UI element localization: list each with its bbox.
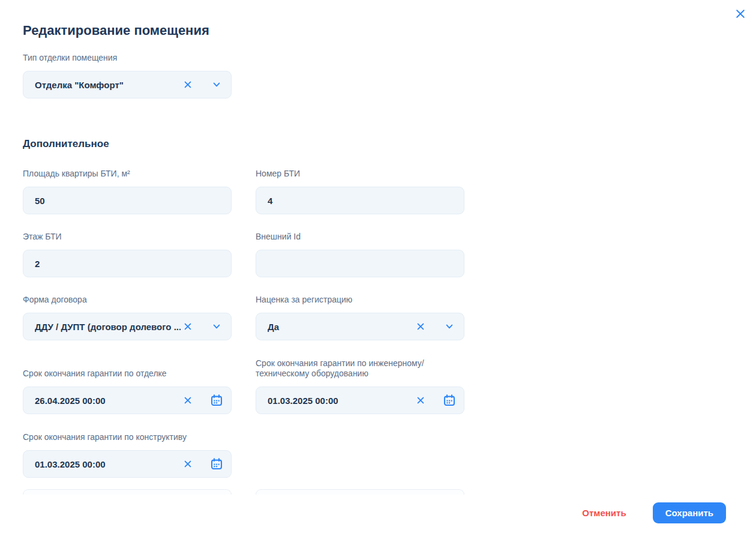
registration-markup-select[interactable]: Да: [256, 313, 464, 340]
finish-warranty-value: 26.04.2025 00:00: [35, 396, 181, 406]
registration-markup-label: Наценка за регистрацию: [256, 295, 464, 305]
bti-area-field: [23, 187, 232, 214]
field-engineering-warranty-end: Срок окончания гарантии по инженерному/ …: [256, 358, 464, 414]
engineering-warranty-label: Срок окончания гарантии по инженерному/ …: [256, 358, 464, 379]
bti-floor-field: [23, 250, 232, 277]
field-bti-floor: Этаж БТИ: [23, 232, 232, 277]
calendar-icon[interactable]: [209, 457, 224, 471]
bti-number-input[interactable]: [268, 196, 457, 206]
bti-area-label: Площадь квартиры БТИ, м²: [23, 169, 232, 179]
clear-x-icon[interactable]: [413, 319, 428, 334]
field-registration-markup: Наценка за регистрацию Да: [256, 295, 464, 340]
chevron-down-icon[interactable]: [209, 77, 224, 92]
field-structural-warranty-end: Срок окончания гарантии по конструктиву …: [23, 432, 232, 478]
clear-x-icon[interactable]: [181, 319, 195, 334]
close-icon[interactable]: [733, 7, 748, 21]
bti-number-label: Номер БТИ: [256, 169, 464, 179]
registration-markup-value: Да: [268, 322, 413, 332]
field-bti-area: Площадь квартиры БТИ, м²: [23, 169, 232, 214]
form-row-cutoff: [23, 489, 486, 495]
finish-type-select[interactable]: Отделка "Комфорт": [23, 71, 232, 98]
bti-floor-label: Этаж БТИ: [23, 232, 232, 242]
field-bti-number: Номер БТИ: [256, 169, 464, 214]
bti-number-field: [256, 187, 464, 214]
chevron-down-icon[interactable]: [442, 319, 457, 334]
contract-form-select[interactable]: ДДУ / ДУПТ (договор долевого ...: [23, 313, 232, 340]
bti-area-input[interactable]: [35, 196, 224, 206]
form-row: Срок окончания гарантии по отделке 26.04…: [23, 358, 486, 414]
contract-form-label: Форма договора: [23, 295, 232, 305]
engineering-warranty-datepicker[interactable]: 01.03.2025 00:00: [256, 387, 464, 414]
cancel-button[interactable]: Отменить: [582, 508, 626, 518]
engineering-warranty-value: 01.03.2025 00:00: [268, 396, 413, 406]
structural-warranty-datepicker[interactable]: 01.03.2025 00:00: [23, 450, 232, 478]
contract-form-value: ДДУ / ДУПТ (договор долевого ...: [35, 322, 181, 332]
section-title: Дополнительное: [23, 137, 486, 150]
finish-warranty-datepicker[interactable]: 26.04.2025 00:00: [23, 387, 232, 414]
clear-x-icon[interactable]: [413, 393, 428, 408]
calendar-icon[interactable]: [442, 393, 457, 408]
field-contract-form: Форма договора ДДУ / ДУПТ (договор долев…: [23, 295, 232, 340]
finish-type-value: Отделка "Комфорт": [35, 80, 181, 90]
form-row: Площадь квартиры БТИ, м² Номер БТИ: [23, 169, 486, 214]
cutoff-field: [256, 489, 464, 495]
structural-warranty-value: 01.03.2025 00:00: [35, 459, 181, 469]
external-id-input[interactable]: [268, 259, 457, 269]
form-row: Форма договора ДДУ / ДУПТ (договор долев…: [23, 295, 486, 340]
chevron-down-icon[interactable]: [209, 319, 224, 334]
dialog-footer: Отменить Сохранить: [582, 502, 726, 523]
field-finish-type: Тип отделки помещения Отделка "Комфорт": [23, 53, 232, 98]
save-button[interactable]: Сохранить: [653, 502, 726, 523]
external-id-label: Внешний Id: [256, 232, 464, 242]
calendar-icon[interactable]: [209, 393, 224, 408]
form-row: Этаж БТИ Внешний Id: [23, 232, 486, 277]
structural-warranty-label: Срок окончания гарантии по конструктиву: [23, 432, 232, 442]
field-finish-warranty-end: Срок окончания гарантии по отделке 26.04…: [23, 358, 232, 414]
form-row: Срок окончания гарантии по конструктиву …: [23, 432, 486, 478]
bti-floor-input[interactable]: [35, 259, 224, 269]
edit-room-dialog: Редактирование помещения Тип отделки пом…: [0, 0, 756, 536]
field-external-id: Внешний Id: [256, 232, 464, 277]
external-id-field: [256, 250, 464, 277]
clear-x-icon[interactable]: [181, 393, 195, 408]
clear-x-icon[interactable]: [181, 457, 195, 471]
finish-type-label: Тип отделки помещения: [23, 53, 232, 63]
cutoff-field: [23, 489, 232, 495]
finish-warranty-label: Срок окончания гарантии по отделке: [23, 369, 232, 379]
dialog-title: Редактирование помещения: [23, 0, 486, 39]
clear-x-icon[interactable]: [181, 77, 195, 92]
